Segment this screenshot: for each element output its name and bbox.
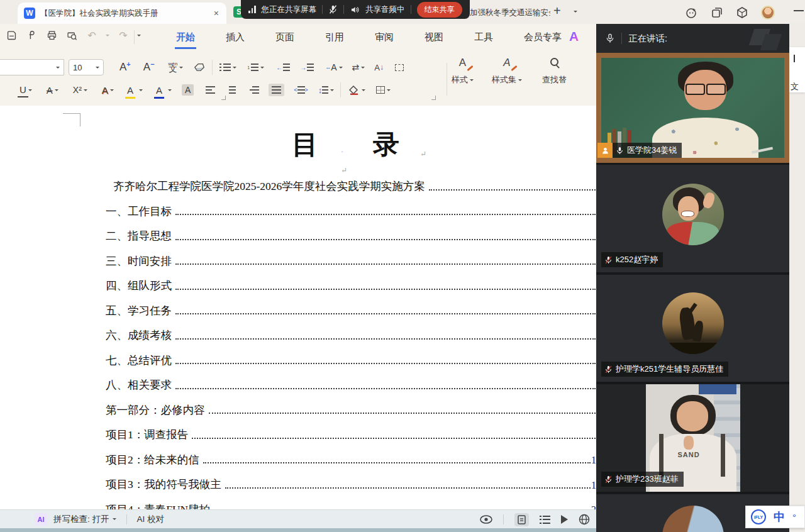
toc-entry[interactable]: 一、工作目标 xyxy=(106,197,596,222)
export-pdf-icon[interactable] xyxy=(25,29,38,42)
toc-entry[interactable]: 第一部分：必修内容 xyxy=(106,396,596,421)
toc-entry[interactable]: 齐齐哈尔工程学院医学院2025-2026学年度社会实践学期实施方案 xyxy=(106,172,596,197)
tab-list-chevron-icon[interactable] xyxy=(574,11,577,13)
decrease-indent-icon[interactable]: ← xyxy=(274,62,292,72)
toc-entry[interactable]: 三、时间安排 xyxy=(106,247,596,272)
undo-chevron-icon[interactable] xyxy=(106,35,109,36)
toc-entry[interactable]: 项目1：调查报告 xyxy=(106,420,596,445)
tab-reference[interactable]: 引用 xyxy=(324,26,345,49)
toc-entry[interactable]: 八、相关要求 xyxy=(106,370,596,396)
text-direction-icon[interactable]: ⇄ xyxy=(350,61,362,74)
eye-preview-icon[interactable] xyxy=(480,515,492,524)
quickbar-chevron-icon[interactable] xyxy=(137,35,141,36)
save-icon[interactable] xyxy=(5,29,18,42)
borders-chevron-icon[interactable] xyxy=(387,89,391,91)
tab-member[interactable]: 会员专享 xyxy=(523,26,563,49)
borders-icon[interactable] xyxy=(374,85,387,95)
line-spacing-chevron-icon[interactable] xyxy=(330,89,334,91)
ime-toolbar[interactable]: iFLY 中 ° xyxy=(745,506,805,528)
tab-traffic-safety[interactable]: 加强秋冬季交通运输安全 xyxy=(470,8,550,18)
participant-video-tile[interactable]: SAND 护理学233班赵菲 xyxy=(596,384,789,492)
redo-icon[interactable]: ↷ xyxy=(117,29,130,42)
toc-entry[interactable]: 七、总结评优 xyxy=(106,346,596,371)
profile-avatar[interactable] xyxy=(761,6,775,19)
highlight-color-icon[interactable]: A xyxy=(125,84,135,97)
slideshow-play-icon[interactable] xyxy=(561,515,568,524)
text-effects-chevron-icon[interactable] xyxy=(110,89,114,91)
ime-punctuation-toggle[interactable]: ° xyxy=(792,512,796,523)
end-share-button[interactable]: 结束共享 xyxy=(417,2,462,18)
collections-cube-icon[interactable] xyxy=(735,6,749,19)
find-replace-button[interactable]: 查找替 xyxy=(542,58,567,86)
highlight-chevron-icon[interactable] xyxy=(139,89,143,91)
decrease-font-icon[interactable]: A− xyxy=(142,60,157,75)
increase-font-icon[interactable]: A+ xyxy=(118,60,133,75)
close-tab-icon[interactable]: × xyxy=(213,8,220,18)
tab-review[interactable]: 审阅 xyxy=(374,26,395,49)
justify-icon[interactable] xyxy=(269,84,284,96)
participant-video-tile[interactable]: k252赵宇婷 xyxy=(596,165,789,272)
numbered-list-icon[interactable]: 1 xyxy=(245,62,260,72)
spell-check-toggle[interactable]: 拼写检查: 打开 xyxy=(53,514,116,525)
undo-icon[interactable]: ↶ xyxy=(86,29,98,42)
style-set-button[interactable]: A 样式集 xyxy=(492,57,522,86)
frame-grid-icon[interactable] xyxy=(393,63,406,72)
outline-view-icon[interactable] xyxy=(540,516,550,524)
underline-chevron-icon[interactable] xyxy=(28,89,32,91)
toc-entry[interactable]: 项目4：青春FUN肆拍2 xyxy=(106,495,596,510)
paragraph-group-expand-icon[interactable] xyxy=(431,96,436,100)
tab-home[interactable]: 开始 xyxy=(175,26,196,49)
copilot-icon[interactable] xyxy=(684,6,698,19)
increase-indent-icon[interactable]: → xyxy=(298,62,316,72)
shading-color-icon[interactable] xyxy=(347,84,362,96)
font-group-expand-icon[interactable] xyxy=(221,96,226,100)
share-mic-muted-icon[interactable] xyxy=(328,4,338,14)
ime-language-toggle[interactable]: 中 xyxy=(774,509,785,524)
participant-video-tile[interactable]: 医学院34姜锐 xyxy=(596,53,789,163)
toc-entry[interactable]: 五、学习任务 xyxy=(106,296,596,321)
bullet-chevron-icon[interactable] xyxy=(233,67,236,69)
character-scale-icon[interactable]: ↔A xyxy=(323,61,338,74)
bullet-list-icon[interactable] xyxy=(218,62,233,72)
sort-icon[interactable]: A↓ xyxy=(372,62,386,74)
superscript-icon[interactable]: X² xyxy=(71,84,84,96)
toc-entry[interactable]: 四、组队形式 xyxy=(106,271,596,296)
toc-entry[interactable]: 项目3：我的符号我做主1 xyxy=(106,470,596,495)
web-view-globe-icon[interactable] xyxy=(579,514,590,525)
document-page[interactable]: 目 · 录 ↵ ↵ 齐齐哈尔工程学院医学院2025-2026学年度社会实践学期实… xyxy=(0,106,596,509)
print-icon[interactable] xyxy=(45,29,58,42)
align-center-icon[interactable] xyxy=(226,85,239,95)
shading-chevron-icon[interactable] xyxy=(362,89,365,91)
style-button[interactable]: A 样式 xyxy=(452,57,474,86)
align-left-icon[interactable] xyxy=(204,85,217,95)
tab-tools[interactable]: 工具 xyxy=(473,26,494,49)
tab-page[interactable]: 页面 xyxy=(274,26,296,49)
toc-entry[interactable]: 二、指导思想 xyxy=(106,221,596,247)
participant-video-tile[interactable]: 护理学k251学生辅导员历慧佳 xyxy=(596,275,789,382)
pinyin-chevron-icon[interactable] xyxy=(179,67,183,69)
font-size-select[interactable]: 10 xyxy=(69,59,104,75)
tab-insert[interactable]: 插入 xyxy=(225,26,246,49)
underline-icon[interactable]: U xyxy=(18,83,28,97)
toc-entry[interactable]: 六、成绩考核 xyxy=(106,321,596,346)
line-spacing-icon[interactable]: ↕ xyxy=(316,84,331,96)
align-right-icon[interactable] xyxy=(248,85,261,95)
strikethrough-icon[interactable]: A xyxy=(45,84,55,97)
font-color-chevron-icon[interactable] xyxy=(168,89,172,91)
share-audio-icon[interactable] xyxy=(350,5,360,14)
minimize-button[interactable] xyxy=(794,10,804,11)
text-effects-icon[interactable]: A xyxy=(100,84,110,97)
clear-format-icon[interactable] xyxy=(192,62,207,73)
tab-view[interactable]: 视图 xyxy=(423,26,445,49)
ai-proofread-button[interactable]: AI 校对 xyxy=(137,514,165,525)
new-tab-button[interactable]: + xyxy=(553,4,561,18)
strikethrough-chevron-icon[interactable] xyxy=(55,89,58,91)
page-view-icon[interactable] xyxy=(514,513,529,526)
tab-stack-icon[interactable] xyxy=(710,6,724,19)
pinyin-guide-icon[interactable]: wén 文 xyxy=(167,61,180,74)
tab-wps-document[interactable]: W 【医学院】社会实践学期实践手册 × xyxy=(18,3,226,24)
text-direction-chevron-icon[interactable] xyxy=(361,67,365,69)
print-preview-icon[interactable] xyxy=(65,29,78,42)
character-shading-icon[interactable]: A xyxy=(182,84,194,96)
character-scale-chevron-icon[interactable] xyxy=(339,67,343,69)
